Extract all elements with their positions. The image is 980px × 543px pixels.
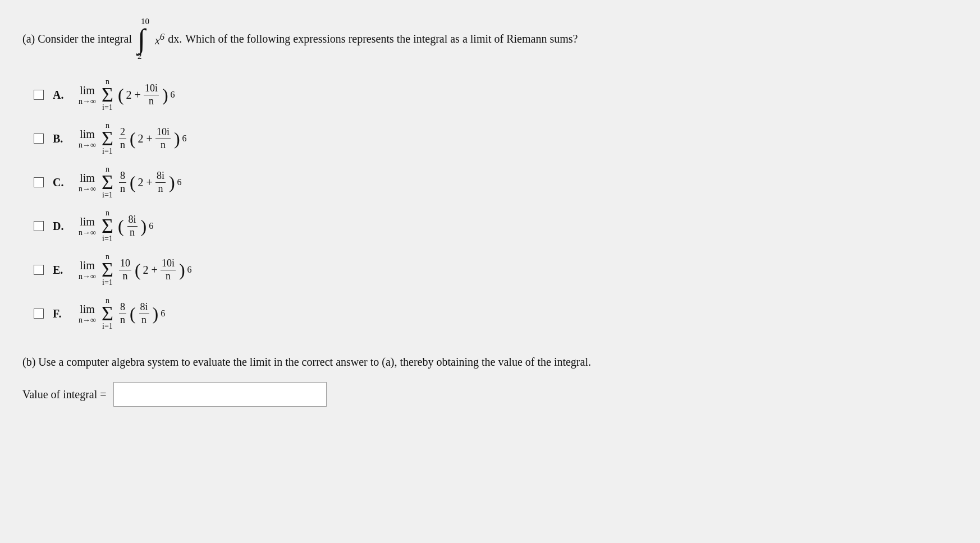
option-a-lim: lim n→∞ [79,84,96,106]
option-b-inner: 2 + 10i n [138,126,172,151]
integrand-text: x6 [155,31,164,47]
part-a-section: (a) Consider the integral 10 ∫ 2 x6 dx. … [22,17,958,330]
value-row: Value of integral = [22,382,958,407]
option-f: F. lim n→∞ n Σ i=1 8 n ( [34,297,958,330]
integral-symbol-display: 10 ∫ 2 [138,17,149,61]
option-c-label: C. [53,176,70,189]
option-b-label: B. [53,132,70,145]
option-a-inner: 2 + 10i n [126,82,160,107]
part-a-suffix: Which of the following expressions repre… [185,33,578,45]
option-e: E. lim n→∞ n Σ i=1 10 n ( [34,253,958,287]
option-c: C. lim n→∞ n Σ i=1 8 n ( [34,165,958,199]
option-b: B. lim n→∞ n Σ i=1 2 n ( [34,122,958,155]
value-input[interactable] [113,382,327,407]
option-d-sigma: n Σ i=1 [102,209,113,243]
option-b-checkbox[interactable] [34,134,44,144]
option-a-sigma: n Σ i=1 [102,78,113,112]
option-f-sigma: n Σ i=1 [102,297,113,330]
integral-lower: 2 [138,52,142,61]
option-f-lim: lim n→∞ [79,303,96,325]
option-d-label: D. [53,220,70,233]
option-d-lim: lim n→∞ [79,215,96,237]
option-c-lim: lim n→∞ [79,172,96,194]
option-e-sigma: n Σ i=1 [102,253,113,287]
option-d: D. lim n→∞ n Σ i=1 ( 8i n [34,209,958,243]
option-e-lim: lim n→∞ [79,259,96,281]
options-list: A. lim n→∞ n Σ i=1 ( 2 + 10 [34,78,958,330]
option-a-expr: lim n→∞ n Σ i=1 ( 2 + 10i n [79,78,175,112]
integral-sign: ∫ [138,26,145,52]
option-f-checkbox[interactable] [34,309,44,319]
dx-text: dx. [168,33,182,45]
option-e-inner: 2 + 10i n [143,257,177,282]
option-f-label: F. [53,307,70,320]
option-c-inner: 2 + 8i n [138,170,167,195]
option-f-inner: 8i n [138,301,150,326]
option-f-expr: lim n→∞ n Σ i=1 8 n ( 8i [79,297,165,330]
option-a-label: A. [53,89,70,102]
option-d-inner: 8i n [126,214,139,238]
page-container: (a) Consider the integral 10 ∫ 2 x6 dx. … [22,17,958,407]
option-e-checkbox[interactable] [34,265,44,275]
option-b-expr: lim n→∞ n Σ i=1 2 n ( 2 + [79,122,187,155]
option-e-expr: lim n→∞ n Σ i=1 10 n ( 2 + [79,253,192,287]
option-c-expr: lim n→∞ n Σ i=1 8 n ( 2 + [79,165,182,199]
part-b-section: (b) Use a computer algebra system to eva… [22,353,958,407]
option-a-checkbox[interactable] [34,90,44,100]
option-a: A. lim n→∞ n Σ i=1 ( 2 + 10 [34,78,958,112]
option-b-sigma: n Σ i=1 [102,122,113,155]
option-d-expr: lim n→∞ n Σ i=1 ( 8i n [79,209,153,243]
part-a-question: (a) Consider the integral 10 ∫ 2 x6 dx. … [22,17,958,61]
separator [22,330,958,353]
part-a-prefix: (a) Consider the integral [22,33,132,45]
value-label: Value of integral = [22,388,107,401]
option-c-sigma: n Σ i=1 [102,165,113,199]
option-d-checkbox[interactable] [34,221,44,231]
part-b-question: (b) Use a computer algebra system to eva… [22,353,958,371]
option-c-checkbox[interactable] [34,177,44,187]
option-b-lim: lim n→∞ [79,128,96,150]
option-e-label: E. [53,264,70,277]
